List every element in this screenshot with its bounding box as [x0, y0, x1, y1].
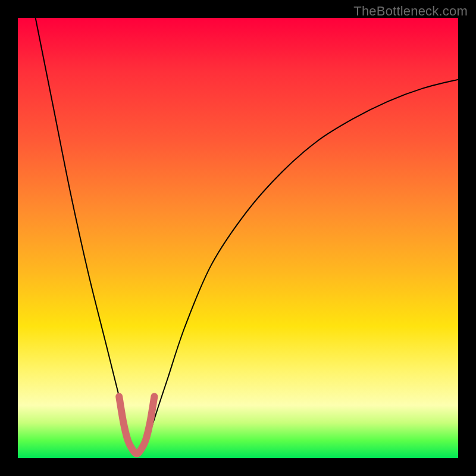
- optimal-region-marker: [119, 396, 154, 453]
- watermark-label: TheBottleneck.com: [353, 4, 468, 19]
- chart-frame: [18, 18, 458, 458]
- chart-svg: [18, 18, 458, 458]
- bottleneck-curve: [36, 18, 458, 454]
